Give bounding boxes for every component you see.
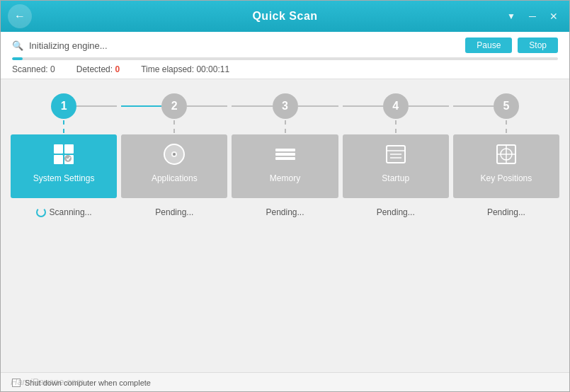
- step-card-1: System Settings: [11, 134, 117, 198]
- step-status-3: Pending...: [266, 205, 304, 219]
- status-text-1: Scanning...: [50, 207, 92, 217]
- dot-connector-5: [506, 120, 507, 133]
- step-card-5: Key Positions: [453, 134, 559, 198]
- pause-button[interactable]: Pause: [465, 38, 512, 53]
- svg-point-4: [64, 155, 72, 162]
- step-label-5: Key Positions: [481, 173, 532, 183]
- svg-rect-11: [275, 157, 295, 160]
- status-text-5: Pending...: [487, 207, 525, 217]
- step-card-4: Startup: [343, 134, 449, 198]
- step-card-2: Applications: [121, 134, 227, 198]
- step-card-3: Memory: [232, 134, 338, 198]
- progress-area: 🔍 Initializing engine... Pause Stop Scan…: [1, 32, 569, 79]
- status-text-4: Pending...: [377, 207, 415, 217]
- step-header-4: 4: [343, 93, 449, 119]
- progress-label: Initializing engine...: [29, 40, 460, 51]
- dot-connector-3: [285, 120, 286, 133]
- step-label-4: Startup: [382, 173, 409, 183]
- step-status-1: Scanning...: [36, 205, 92, 219]
- step-header-2: 2: [121, 93, 227, 119]
- step-circle-2: 2: [161, 93, 187, 119]
- step-icon-1: [52, 143, 75, 169]
- svg-rect-2: [54, 155, 63, 164]
- step-item-5: 5 Key Positions Pending...: [453, 93, 559, 219]
- progress-top: 🔍 Initializing engine... Pause Stop: [12, 38, 558, 53]
- step-item-1: 1 System Settings Scanning...: [11, 93, 117, 219]
- svg-rect-0: [54, 144, 63, 154]
- search-icon: 🔍: [12, 40, 23, 51]
- window-controls: ▼ ─ ✕: [503, 8, 562, 25]
- step-circle-3: 3: [273, 93, 298, 119]
- step-circle-1: 1: [51, 93, 76, 119]
- dot-connector-2: [173, 120, 175, 133]
- step-status-4: Pending...: [377, 205, 415, 219]
- status-text-2: Pending...: [155, 207, 193, 217]
- svg-rect-9: [275, 149, 295, 151]
- step-header-3: 3: [232, 93, 338, 119]
- step-item-2: 2 Applications Pending...: [121, 93, 227, 219]
- step-label-2: Applications: [152, 173, 198, 183]
- step-item-3: 3 Memory Pending...: [232, 93, 338, 219]
- back-icon: ←: [14, 10, 25, 23]
- back-button[interactable]: ←: [8, 4, 32, 28]
- progress-track: [12, 57, 558, 60]
- step-item-4: 4 Startup Pending...: [343, 93, 449, 219]
- step-status-5: Pending...: [487, 205, 525, 219]
- step-icon-2: [163, 143, 186, 169]
- detected-stat: Detected: 0: [76, 64, 120, 74]
- footer: Shut down computer when complete: [1, 372, 569, 392]
- svg-point-8: [173, 153, 176, 156]
- status-text-3: Pending...: [266, 207, 304, 217]
- main-content: 1 System Settings Scanning... 2 Applicat…: [1, 79, 569, 372]
- svg-rect-1: [64, 144, 74, 154]
- step-header-5: 5: [453, 93, 559, 119]
- step-label-3: Memory: [270, 173, 300, 183]
- step-icon-5: [495, 143, 518, 169]
- dot-connector-1: [63, 120, 64, 133]
- dot-connector-4: [395, 120, 397, 133]
- funnel-icon[interactable]: ▼: [503, 8, 520, 25]
- progress-stats: Scanned: 0 Detected: 0 Time elapsed: 00:…: [12, 64, 558, 74]
- watermark: HamiRavane.com: [11, 376, 84, 387]
- scanned-stat: Scanned: 0: [12, 64, 55, 74]
- title-bar: ← Quick Scan ▼ ─ ✕: [1, 1, 569, 32]
- stop-button[interactable]: Stop: [518, 38, 558, 53]
- step-circle-5: 5: [494, 93, 519, 119]
- steps-wrapper: 1 System Settings Scanning... 2 Applicat…: [11, 93, 559, 219]
- close-button[interactable]: ✕: [545, 8, 562, 25]
- spinner-1: [36, 207, 46, 217]
- step-icon-4: [384, 143, 407, 169]
- step-icon-3: [274, 143, 297, 169]
- step-status-2: Pending...: [155, 205, 193, 219]
- progress-fill: [12, 57, 23, 60]
- window-title: Quick Scan: [252, 10, 317, 23]
- step-header-1: 1: [11, 93, 117, 119]
- minimize-button[interactable]: ─: [524, 8, 541, 25]
- time-stat: Time elapsed: 00:00:11: [141, 64, 229, 74]
- step-circle-4: 4: [383, 93, 409, 119]
- app-window: ← Quick Scan ▼ ─ ✕ 🔍 Initializing engine…: [1, 1, 569, 392]
- svg-rect-10: [275, 153, 295, 156]
- step-label-1: System Settings: [33, 173, 95, 183]
